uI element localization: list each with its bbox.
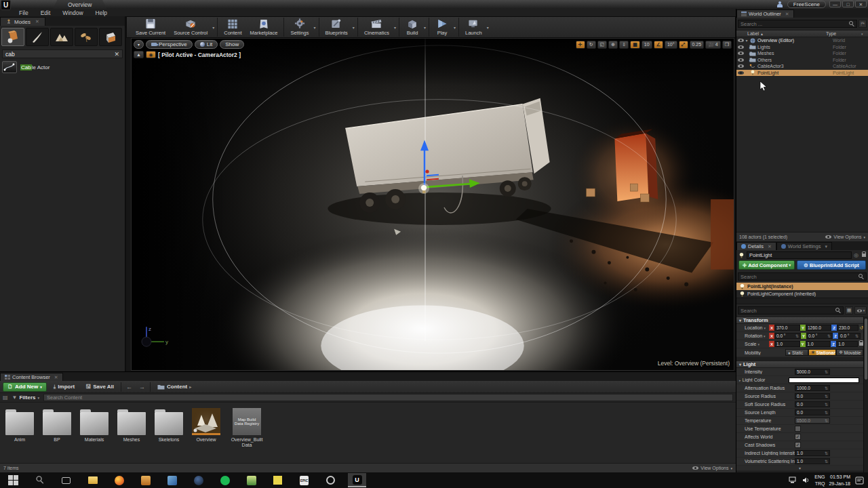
actor-name-field[interactable]: PointLight: [747, 251, 852, 259]
components-search-input[interactable]: Search: [738, 272, 867, 281]
rotation-snap-button[interactable]: ∠: [654, 41, 663, 49]
component-row-inherited[interactable]: PointLightComponent (Inherited): [736, 290, 868, 298]
firefox-button[interactable]: [113, 474, 125, 486]
modes-search-input[interactable]: cab ✕: [2, 49, 123, 58]
add-new-button[interactable]: 🗋 Add New ▾: [3, 382, 47, 392]
viewport-3d-scene[interactable]: [132, 39, 734, 370]
blueprints-dropdown-icon[interactable]: ▾: [353, 25, 355, 30]
maximize-button[interactable]: □: [842, 1, 854, 7]
modes-tab-close-icon[interactable]: ✕: [35, 19, 39, 24]
rotation-snap-value[interactable]: 10°: [665, 41, 677, 49]
expand-arrow-icon[interactable]: ▾: [744, 38, 749, 43]
breadcrumb[interactable]: Content ▸: [153, 382, 195, 392]
mobility-static-button[interactable]: ●Static: [785, 349, 808, 356]
edit-icon[interactable]: ◎: [854, 252, 859, 258]
mode-geometry[interactable]: [99, 28, 122, 46]
outliner-settings-icon[interactable]: ⛿: [859, 20, 867, 28]
lock-icon[interactable]: [862, 253, 866, 257]
content-view-options-button[interactable]: View Options ▾: [692, 466, 732, 470]
mode-place[interactable]: [1, 28, 24, 46]
content-search-input[interactable]: Search Content: [43, 394, 733, 401]
display-filter-button[interactable]: ▾: [854, 306, 867, 314]
visibility-eye-icon[interactable]: [738, 71, 744, 75]
viewport[interactable]: z y ▾ Perspective Lit Show ✛ ↻ ◱ ⊕ ⇩ ▦ 1…: [131, 38, 734, 371]
outliner-row-overview[interactable]: ▾ Overview (Editor) World: [736, 37, 868, 44]
photos-button[interactable]: [245, 474, 257, 486]
save-current-button[interactable]: Save Current: [132, 18, 170, 37]
camera-speed-button[interactable]: 🎥 4: [705, 41, 721, 49]
launch-button[interactable]: Launch: [461, 18, 486, 37]
visibility-eye-icon[interactable]: [738, 45, 744, 49]
modes-tab[interactable]: Modes ✕: [0, 17, 45, 26]
intensity-field[interactable]: 5000.0⇅: [795, 369, 830, 375]
outliner-row-lights[interactable]: ▸ Lights Folder: [736, 44, 868, 51]
surface-snap-button[interactable]: ⇩: [619, 41, 629, 49]
placeable-cable-actor[interactable]: Cable Actor: [2, 61, 123, 73]
save-all-button[interactable]: 🖫 Save All: [81, 382, 118, 392]
content-browser-tab-close-icon[interactable]: ✕: [54, 375, 58, 380]
property-matrix-icon[interactable]: ▦: [845, 306, 853, 314]
folder-bp[interactable]: BP: [41, 408, 73, 443]
folder-meshes[interactable]: Meshes: [116, 408, 147, 443]
spinner-icon[interactable]: ⇅: [794, 333, 799, 338]
clear-search-icon[interactable]: ✕: [114, 51, 119, 58]
source-control-button[interactable]: Source Control: [170, 18, 212, 37]
marketplace-button[interactable]: Marketplace: [246, 18, 282, 37]
source-radius-field[interactable]: 0.0⇅: [795, 393, 830, 399]
asset-overview-built-data[interactable]: Map Build Data Registry Overview_Built D…: [228, 408, 266, 448]
world-outliner-tab[interactable]: World Outliner ✕: [736, 9, 794, 18]
scale-tool-button[interactable]: ◱: [597, 41, 608, 49]
details-tab[interactable]: Details ✕: [736, 242, 776, 250]
component-row-instance[interactable]: PointLight(Instance): [736, 283, 868, 290]
world-settings-dropdown-icon[interactable]: ▾: [825, 244, 827, 249]
transform-section-header[interactable]: ▾Transform: [736, 317, 863, 324]
eject-pilot-button[interactable]: ▲: [134, 51, 144, 58]
settings-dropdown-icon[interactable]: ▾: [313, 25, 315, 30]
notification-icon[interactable]: [855, 476, 864, 485]
expand-arrow-icon[interactable]: ▸: [744, 45, 749, 49]
folder-anim[interactable]: Anim: [4, 408, 35, 443]
outliner-tab-close-icon[interactable]: ✕: [785, 12, 789, 17]
column-options-icon[interactable]: ▾: [861, 32, 868, 36]
rotation-y-field[interactable]: 0.0 °⇅: [806, 333, 833, 339]
file-explorer-button[interactable]: [87, 474, 98, 486]
outliner-row-cableactor[interactable]: CableActor3 CableActor: [736, 63, 868, 70]
forward-arrow-icon[interactable]: →: [137, 384, 147, 390]
back-arrow-icon[interactable]: ←: [124, 384, 134, 390]
location-x-field[interactable]: 370.0: [774, 325, 800, 331]
mobility-stationary-button[interactable]: ☀Stationary: [808, 349, 837, 356]
app-orange-button[interactable]: [140, 474, 151, 486]
mode-foliage[interactable]: [75, 28, 98, 46]
maximize-viewport-button[interactable]: ❐: [722, 41, 732, 49]
network-icon[interactable]: [789, 476, 797, 484]
details-scrollbar[interactable]: [863, 317, 868, 472]
soft-source-radius-field[interactable]: 0.0⇅: [795, 401, 830, 407]
properties-search-input[interactable]: Search: [738, 306, 844, 314]
volume-icon[interactable]: [802, 476, 810, 484]
light-color-swatch[interactable]: [789, 378, 859, 383]
expand-arrow-icon[interactable]: ▸: [744, 58, 749, 62]
blueprint-add-script-button[interactable]: ⚙ Blueprint/Add Script: [797, 260, 866, 270]
use-temperature-checkbox[interactable]: [795, 426, 801, 432]
world-local-toggle[interactable]: ⊕: [608, 41, 618, 49]
scale-y-field[interactable]: 1.0: [806, 341, 831, 347]
steam-button[interactable]: [193, 474, 204, 486]
visibility-eye-icon[interactable]: [738, 39, 744, 42]
rotate-tool-button[interactable]: ↻: [587, 41, 596, 49]
spotify-button[interactable]: [219, 474, 231, 486]
details-tab-close-icon[interactable]: ✕: [768, 244, 772, 249]
outliner-empty-area[interactable]: [736, 76, 868, 232]
sources-panel-icon[interactable]: ▤: [3, 394, 8, 401]
lit-button[interactable]: Lit: [195, 40, 218, 49]
task-view-button[interactable]: [60, 474, 72, 486]
mobility-movable-button[interactable]: ✥Movable: [836, 349, 863, 356]
show-button[interactable]: Show: [220, 40, 244, 49]
column-label[interactable]: Label ▲: [736, 31, 826, 36]
grid-snap-button[interactable]: ▦: [630, 41, 640, 49]
build-dropdown-icon[interactable]: ▾: [424, 25, 426, 30]
translate-tool-button[interactable]: ✛: [576, 41, 585, 49]
world-settings-tab[interactable]: World Settings ▾: [776, 242, 832, 250]
column-type[interactable]: Type: [826, 31, 861, 36]
scale-z-field[interactable]: 1.0: [836, 341, 858, 347]
source-control-dropdown-icon[interactable]: ▾: [212, 25, 214, 30]
